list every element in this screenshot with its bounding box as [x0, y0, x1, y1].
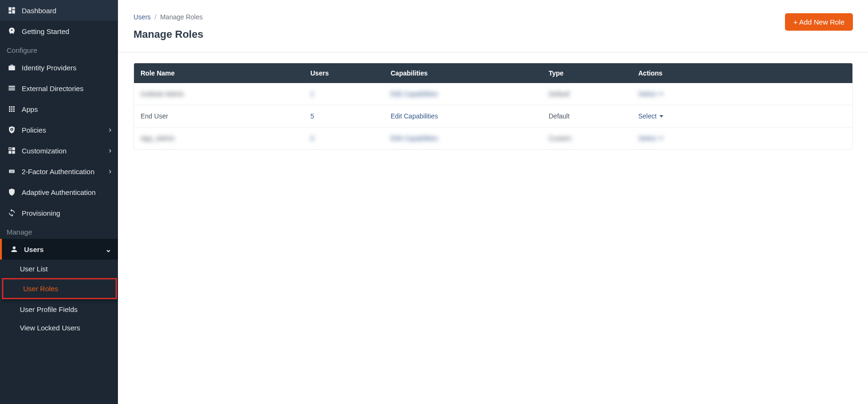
sidebar-item-apps[interactable]: Apps [0, 99, 118, 119]
breadcrumb-current: Manage Roles [160, 13, 202, 21]
sidebar-item-label: Provisioning [22, 209, 60, 217]
table-header-row: Role Name Users Capabilities Type Action… [134, 63, 852, 83]
sidebar-subitem-label: User Profile Fields [20, 305, 78, 313]
sidebar-item-adaptive-auth[interactable]: Adaptive Authentication [0, 182, 118, 202]
col-header-actions: Actions [632, 63, 852, 83]
cell-role-name: App_Admin [141, 135, 175, 142]
adaptive-icon [7, 187, 17, 197]
dashboard-icon [7, 6, 17, 15]
sidebar-item-label: External Directories [22, 84, 83, 93]
table-row: Institute Admin 2 Edit Capabilities Defa… [134, 83, 852, 105]
cell-edit-capabilities[interactable]: Edit Capabilities [391, 135, 438, 142]
cell-users-count[interactable]: 2 [310, 90, 314, 98]
cell-users-count[interactable]: 0 [310, 135, 314, 142]
chevron-right-icon: › [109, 146, 111, 155]
breadcrumb-separator: / [155, 13, 157, 21]
cell-role-name: Institute Admin [141, 90, 184, 98]
breadcrumb: Users / Manage Roles [134, 13, 203, 21]
sidebar-section-configure: Configure [0, 42, 118, 57]
sidebar-item-identity-providers[interactable]: Identity Providers [0, 57, 118, 78]
sidebar-item-label: Customization [22, 147, 67, 155]
sidebar-item-external-directories[interactable]: External Directories [0, 78, 118, 99]
cell-type: Custom [549, 135, 571, 142]
divider [118, 52, 868, 52]
user-icon [9, 244, 19, 254]
twofa-icon: 123 [7, 167, 17, 176]
col-header-users: Users [304, 63, 384, 83]
customization-icon [7, 146, 17, 155]
sidebar-item-label: 2-Factor Authentication [22, 168, 94, 176]
sidebar-subitem-label: View Locked Users [20, 324, 80, 332]
cell-users-count[interactable]: 5 [310, 112, 314, 120]
chevron-down-icon: ⌄ [105, 245, 111, 254]
chevron-right-icon: › [109, 126, 111, 134]
page-title: Manage Roles [134, 28, 203, 41]
main-content: Users / Manage Roles Manage Roles + Add … [118, 0, 868, 404]
sidebar-subitem-user-roles[interactable]: User Roles [2, 278, 117, 299]
sidebar-item-getting-started[interactable]: Getting Started [0, 21, 118, 42]
sidebar-item-policies[interactable]: Policies › [0, 119, 118, 140]
cell-type: Default [549, 112, 569, 120]
cell-action-select[interactable]: Select [638, 135, 663, 142]
cell-action-select[interactable]: Select [638, 90, 663, 98]
add-new-role-button[interactable]: + Add New Role [785, 13, 853, 31]
svg-text:123: 123 [10, 170, 14, 173]
chevron-right-icon: › [109, 167, 111, 176]
col-header-type: Type [542, 63, 632, 83]
caret-down-icon [659, 115, 663, 118]
sidebar-subitem-user-list[interactable]: User List [0, 260, 118, 278]
col-header-capabilities: Capabilities [384, 63, 542, 83]
provisioning-icon [7, 208, 17, 218]
sidebar-subitem-view-locked-users[interactable]: View Locked Users [0, 319, 118, 337]
sidebar-subitem-label: User Roles [23, 285, 58, 293]
sidebar-item-label: Apps [22, 105, 38, 113]
sidebar-subitem-label: User List [20, 265, 48, 273]
caret-down-icon [659, 137, 663, 140]
sidebar-item-dashboard[interactable]: Dashboard [0, 0, 118, 21]
sidebar-item-2fa[interactable]: 123 2-Factor Authentication › [0, 161, 118, 182]
table-row: App_Admin 0 Edit Capabilities Custom Sel… [134, 127, 852, 150]
cell-edit-capabilities[interactable]: Edit Capabilities [391, 112, 438, 120]
sidebar-item-customization[interactable]: Customization › [0, 140, 118, 161]
sidebar-section-manage: Manage [0, 223, 118, 239]
sidebar-item-users[interactable]: Users ⌄ [0, 239, 118, 260]
sidebar-item-provisioning[interactable]: Provisioning [0, 202, 118, 223]
roles-table: Role Name Users Capabilities Type Action… [134, 63, 853, 150]
sidebar: Dashboard Getting Started Configure Iden… [0, 0, 118, 404]
sidebar-item-label: Dashboard [22, 7, 56, 15]
sidebar-item-label: Getting Started [22, 27, 69, 35]
cell-role-name: End User [141, 112, 168, 120]
rocket-icon [7, 26, 17, 36]
apps-icon [7, 104, 17, 114]
col-header-role-name: Role Name [134, 63, 304, 83]
breadcrumb-link-users[interactable]: Users [134, 13, 151, 21]
shield-icon [7, 125, 17, 135]
sidebar-item-label: Adaptive Authentication [22, 188, 96, 196]
sidebar-submenu-users: User List User Roles User Profile Fields… [0, 260, 118, 337]
cell-edit-capabilities[interactable]: Edit Capabilities [391, 90, 438, 98]
briefcase-icon [7, 63, 17, 72]
caret-down-icon [659, 93, 663, 95]
table-row: End User 5 Edit Capabilities Default Sel… [134, 105, 852, 127]
cell-type: Default [549, 90, 569, 98]
cell-action-select[interactable]: Select [638, 112, 663, 120]
directory-icon [7, 84, 17, 93]
sidebar-item-label: Policies [22, 126, 46, 134]
sidebar-item-label: Identity Providers [22, 64, 76, 72]
sidebar-item-label: Users [24, 245, 44, 253]
sidebar-subitem-user-profile-fields[interactable]: User Profile Fields [0, 300, 118, 319]
